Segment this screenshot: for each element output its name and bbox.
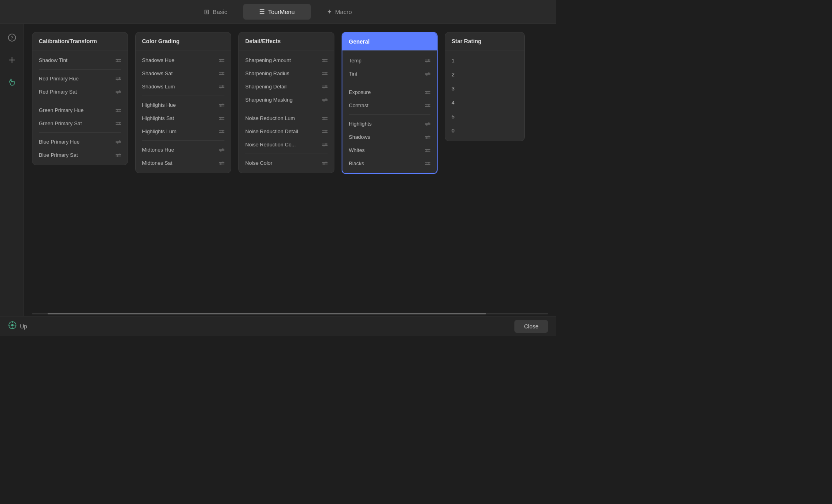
list-item[interactable]: Blue Primary Sat xyxy=(32,148,128,162)
divider xyxy=(245,154,328,154)
top-navigation: ⊞ Basic ☰ TourMenu ✦ Macro xyxy=(0,0,556,24)
list-item[interactable]: Contrast xyxy=(342,99,437,112)
list-item[interactable]: Red Primary Hue xyxy=(32,72,128,85)
sliders-icon xyxy=(219,59,224,62)
divider xyxy=(349,114,430,115)
main-content: Calibration/Transform Shadow Tint Red Pr… xyxy=(24,24,556,316)
card-star-rating-header: Star Rating xyxy=(445,32,524,50)
list-item[interactable]: Sharpening Detail xyxy=(239,80,334,93)
tab-macro[interactable]: ✦ Macro xyxy=(311,4,368,20)
svg-text:?: ? xyxy=(11,35,13,41)
card-general: General Temp Tint Exposure Contrast H xyxy=(342,32,438,174)
list-item[interactable]: Midtones Sat xyxy=(136,156,231,170)
up-button[interactable]: Up xyxy=(8,321,27,332)
tab-tourmenu[interactable]: ☰ TourMenu xyxy=(243,4,311,20)
star-item-2[interactable]: 2 xyxy=(445,68,524,82)
star-item-0[interactable]: 0 xyxy=(445,124,524,138)
list-item[interactable]: Sharpening Radius xyxy=(239,67,334,80)
sliders-icon xyxy=(116,154,121,156)
sliders-icon xyxy=(219,130,224,133)
divider xyxy=(349,83,430,83)
close-button[interactable]: Close xyxy=(514,320,548,333)
list-item[interactable]: Green Primary Sat xyxy=(32,117,128,130)
sliders-icon xyxy=(219,72,224,75)
card-color-grading-header: Color Grading xyxy=(136,32,231,50)
sliders-icon xyxy=(322,117,328,120)
card-calibration-body: Shadow Tint Red Primary Hue Red Primary … xyxy=(32,50,128,165)
sliders-icon xyxy=(116,78,121,80)
list-item[interactable]: Exposure xyxy=(342,86,437,99)
sliders-icon xyxy=(425,60,430,62)
sliders-icon xyxy=(425,149,430,152)
list-item[interactable]: Shadows Lum xyxy=(136,80,231,93)
add-icon[interactable] xyxy=(5,53,19,67)
sliders-icon xyxy=(322,130,328,133)
list-item[interactable]: Sharpening Masking xyxy=(239,93,334,106)
list-item[interactable]: Temp xyxy=(342,54,437,67)
macro-icon: ✦ xyxy=(327,8,332,16)
sliders-icon xyxy=(322,99,328,101)
card-color-grading-body: Shadows Hue Shadows Sat Shadows Lum High… xyxy=(136,50,231,173)
list-item[interactable]: Highlights Lum xyxy=(136,125,231,138)
sliders-icon xyxy=(425,73,430,75)
sliders-icon xyxy=(322,59,328,62)
list-item[interactable]: Blue Primary Hue xyxy=(32,135,128,148)
list-item[interactable]: Noise Color xyxy=(239,156,334,170)
divider xyxy=(39,69,121,70)
list-item[interactable]: Sharpening Amount xyxy=(239,54,334,67)
sliders-icon xyxy=(425,91,430,94)
scroll-indicator[interactable] xyxy=(24,312,556,315)
list-item[interactable]: Noise Reduction Co... xyxy=(239,138,334,151)
star-item-1[interactable]: 1 xyxy=(445,54,524,68)
sliders-icon xyxy=(116,141,121,143)
tab-basic-label: Basic xyxy=(212,8,227,15)
tab-basic[interactable]: ⊞ Basic xyxy=(188,4,243,20)
list-item[interactable]: Blacks xyxy=(342,157,437,170)
sliders-icon xyxy=(116,109,121,112)
card-calibration-header: Calibration/Transform xyxy=(32,32,128,50)
star-item-4[interactable]: 4 xyxy=(445,96,524,110)
star-item-3[interactable]: 3 xyxy=(445,82,524,96)
list-item[interactable]: Noise Reduction Detail xyxy=(239,125,334,138)
list-item[interactable]: Tint xyxy=(342,67,437,80)
list-item[interactable]: Red Primary Sat xyxy=(32,85,128,98)
card-detail-effects: Detail/Effects Sharpening Amount Sharpen… xyxy=(238,32,334,173)
left-sidebar: ? xyxy=(0,24,24,336)
list-item[interactable]: Highlights Hue xyxy=(136,98,231,112)
svg-point-5 xyxy=(11,324,14,326)
list-item[interactable]: Shadows Hue xyxy=(136,54,231,67)
basic-icon: ⊞ xyxy=(204,8,209,16)
bottom-bar: Up Close xyxy=(0,316,556,336)
scroll-thumb[interactable] xyxy=(48,313,486,314)
star-item-5[interactable]: 5 xyxy=(445,110,524,124)
sliders-icon xyxy=(322,72,328,75)
card-star-rating: Star Rating 1 2 3 4 5 0 xyxy=(445,32,525,141)
list-item[interactable]: Highlights Sat xyxy=(136,112,231,125)
sliders-icon xyxy=(322,162,328,164)
card-detail-effects-header: Detail/Effects xyxy=(239,32,334,50)
sliders-icon xyxy=(219,86,224,88)
card-general-body: Temp Tint Exposure Contrast Highlights xyxy=(342,51,437,173)
sliders-icon xyxy=(219,149,224,151)
sliders-icon xyxy=(425,104,430,107)
list-item[interactable]: Highlights xyxy=(342,117,437,130)
tourmenu-icon: ☰ xyxy=(259,8,265,16)
card-detail-effects-body: Sharpening Amount Sharpening Radius Shar… xyxy=(239,50,334,173)
list-item[interactable]: Green Primary Hue xyxy=(32,104,128,117)
scroll-track[interactable] xyxy=(32,313,548,314)
list-item[interactable]: Noise Reduction Lum xyxy=(239,112,334,125)
sliders-icon xyxy=(322,86,328,88)
list-item[interactable]: Midtones Hue xyxy=(136,143,231,156)
list-item[interactable]: Shadows Sat xyxy=(136,67,231,80)
list-item[interactable]: Whites xyxy=(342,144,437,157)
divider xyxy=(39,132,121,133)
help-icon[interactable]: ? xyxy=(5,30,19,45)
divider xyxy=(39,101,121,101)
list-item[interactable]: Shadows xyxy=(342,130,437,144)
up-label: Up xyxy=(20,323,27,330)
sliders-icon xyxy=(219,162,224,164)
divider xyxy=(245,109,328,109)
gesture-icon[interactable] xyxy=(5,75,19,90)
tab-tourmenu-label: TourMenu xyxy=(268,8,295,15)
list-item[interactable]: Shadow Tint xyxy=(32,54,128,67)
